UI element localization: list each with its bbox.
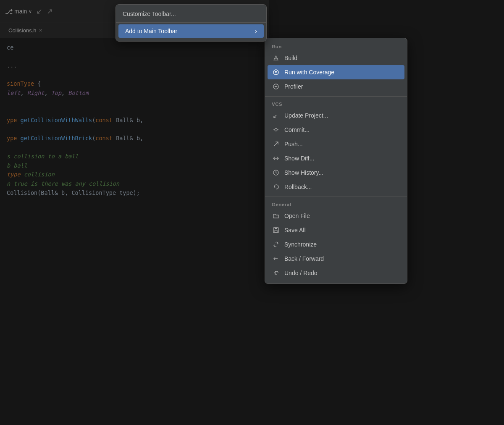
vcs-general-divider [265, 197, 407, 197]
back-forward-label: Back / Forward [284, 255, 324, 262]
show-diff-label: Show Diff... [284, 155, 314, 162]
open-file-label: Open File [284, 212, 310, 219]
add-to-main-label: Add to Main Toolbar [125, 28, 177, 34]
svg-line-9 [274, 142, 278, 146]
profiler-icon [272, 82, 280, 91]
back-forward-icon [272, 254, 280, 263]
rollback-icon [272, 183, 280, 191]
add-to-main-toolbar-item[interactable]: Add to Main Toolbar › [118, 24, 264, 38]
menu-item-open-file[interactable]: Open File [265, 209, 407, 223]
menu-item-run-coverage[interactable]: Run with Coverage [268, 65, 404, 79]
run-coverage-icon [272, 68, 280, 76]
menu-item-rollback[interactable]: Rollback... [265, 180, 407, 194]
undo-redo-icon [272, 269, 280, 277]
show-history-icon [272, 168, 280, 177]
commit-icon [272, 126, 280, 134]
push-icon [272, 140, 280, 148]
popup-toolbar-divider [116, 22, 266, 23]
overlay [0, 0, 504, 425]
undo-redo-label: Undo / Redo [284, 270, 318, 276]
menu-item-push[interactable]: Push... [265, 137, 407, 151]
synchronize-label: Synchronize [284, 241, 317, 248]
general-section-label: General [265, 199, 407, 209]
menu-item-synchronize[interactable]: Synchronize [265, 237, 407, 252]
run-section-label: Run [265, 42, 407, 51]
svg-rect-13 [275, 228, 277, 229]
menu-item-build[interactable]: Build [265, 51, 407, 65]
update-project-icon [272, 111, 280, 120]
svg-point-6 [275, 129, 277, 131]
customize-toolbar-item[interactable]: Customize Toolbar... [116, 7, 266, 21]
build-label: Build [284, 55, 297, 61]
save-all-label: Save All [284, 227, 306, 233]
menu-item-show-history[interactable]: Show History... [265, 165, 407, 180]
build-icon [272, 54, 280, 62]
run-coverage-label: Run with Coverage [284, 69, 334, 76]
save-all-icon [272, 226, 280, 234]
context-menu[interactable]: Run Build Run with Coverage [265, 38, 407, 284]
synchronize-icon [272, 240, 280, 249]
menu-item-undo-redo[interactable]: Undo / Redo [265, 266, 407, 280]
push-label: Push... [284, 141, 303, 147]
run-vcs-divider [265, 96, 407, 97]
show-history-label: Show History... [284, 169, 323, 176]
submenu-chevron: › [255, 28, 257, 34]
rollback-label: Rollback... [284, 184, 312, 190]
svg-line-5 [274, 115, 276, 118]
commit-label: Commit... [284, 126, 310, 133]
vcs-section-label: VCS [265, 99, 407, 108]
menu-item-profiler[interactable]: Profiler [265, 79, 407, 94]
menu-item-show-diff[interactable]: Show Diff... [265, 151, 407, 165]
profiler-label: Profiler [284, 83, 303, 90]
menu-item-update-project[interactable]: Update Project... [265, 108, 407, 123]
svg-rect-14 [274, 231, 278, 232]
menu-item-commit[interactable]: Commit... [265, 123, 407, 137]
open-file-icon [272, 212, 280, 220]
popup-toolbar-menu[interactable]: Customize Toolbar... Add to Main Toolbar… [116, 4, 267, 42]
svg-point-2 [276, 72, 277, 73]
menu-item-save-all[interactable]: Save All [265, 223, 407, 237]
menu-item-back-forward[interactable]: Back / Forward [265, 252, 407, 266]
show-diff-icon [272, 154, 280, 163]
svg-point-4 [276, 86, 277, 87]
update-project-label: Update Project... [284, 112, 328, 119]
